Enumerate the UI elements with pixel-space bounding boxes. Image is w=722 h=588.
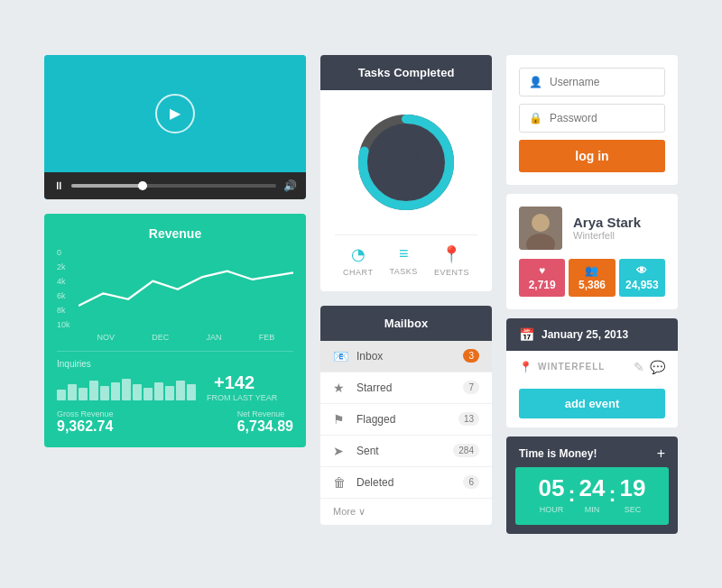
from-last-year-label: FROM LAST YEAR	[207, 393, 277, 402]
likes-value: 2,719	[529, 279, 556, 291]
deleted-badge: 6	[463, 475, 479, 489]
svg-point-4	[532, 214, 550, 232]
calendar-card: 📅 January 25, 2013 📍 WINTERFELL ✎ 💬 add …	[506, 318, 678, 427]
bar	[154, 382, 163, 400]
events-tab-label: EVENTS	[434, 268, 469, 277]
mail-item-starred[interactable]: ★ Starred 7	[320, 372, 492, 404]
bar	[111, 382, 120, 400]
tasks-header: Tasks Completed	[320, 55, 492, 90]
tab-events[interactable]: 📍 EVENTS	[434, 244, 469, 277]
chart-tab-label: CHART	[343, 268, 373, 277]
revenue-card: Revenue 10k 8k 6k 4k 2k 0 NOV DEC JAN FE	[44, 214, 306, 447]
mail-item-deleted[interactable]: 🗑 Deleted 6	[320, 467, 492, 499]
inbox-icon: 📧	[333, 349, 347, 363]
starred-label: Starred	[356, 381, 463, 394]
pause-button[interactable]: ⏸	[53, 179, 64, 192]
bar	[122, 379, 131, 400]
x-axis-labels: NOV DEC JAN FEB	[57, 333, 293, 342]
location-text: WINTERFELL	[538, 362, 628, 372]
avatar-svg	[519, 207, 562, 250]
timer-card: Time is Money! + 05 HOUR : 24 MIN : 19 S…	[506, 436, 678, 534]
bar	[57, 390, 66, 400]
tasks-tabs: ◔ CHART ≡ TASKS 📍 EVENTS	[335, 234, 477, 277]
mailbox-card: Mailbox 📧 Inbox 3 ★ Starred 7 ⚑ Flagged …	[320, 306, 492, 525]
profile-info: Arya Stark Winterfell	[519, 207, 665, 250]
mailbox-header: Mailbox	[320, 306, 492, 341]
edit-icon[interactable]: ✎	[634, 360, 644, 374]
profile-text: Arya Stark Winterfell	[573, 215, 641, 241]
bar	[68, 384, 77, 400]
flagged-badge: 13	[458, 412, 479, 426]
profile-stats: ♥ 2,719 👥 5,386 👁 24,953	[519, 259, 665, 297]
donut-text: 79%	[390, 151, 421, 174]
play-button[interactable]: ▶	[155, 94, 195, 133]
bar	[79, 388, 88, 400]
tasks-icon: ≡	[399, 244, 409, 263]
volume-icon[interactable]: 🔊	[283, 179, 297, 192]
timer-sep-1: :	[569, 482, 576, 507]
sent-badge: 284	[453, 444, 479, 457]
profile-stat-views[interactable]: 👁 24,953	[619, 259, 665, 297]
timer-body: 05 HOUR : 24 MIN : 19 SEC	[515, 467, 669, 525]
chat-icon[interactable]: 💬	[650, 360, 665, 374]
bar-chart	[57, 373, 196, 400]
bar	[187, 384, 196, 400]
users-icon: 👥	[572, 264, 611, 277]
seconds-value: 19	[619, 476, 645, 500]
progress-bar[interactable]	[71, 184, 276, 188]
inbox-badge: 3	[463, 349, 479, 363]
sent-icon: ➤	[333, 444, 347, 458]
timer-hours: 05 HOUR	[539, 476, 565, 516]
profile-stat-likes[interactable]: ♥ 2,719	[519, 259, 565, 297]
username-input[interactable]	[550, 76, 655, 88]
hours-value: 05	[539, 476, 565, 500]
deleted-icon: 🗑	[333, 475, 347, 490]
gross-revenue: Gross Revenue 9,362.74	[57, 409, 114, 435]
calendar-location-row: 📍 WINTERFELL ✎ 💬	[519, 360, 665, 374]
mail-item-flagged[interactable]: ⚑ Flagged 13	[320, 404, 492, 436]
video-screen[interactable]: ▶	[44, 55, 306, 172]
revenue-title: Revenue	[57, 226, 293, 241]
inquiries-row: +142 FROM LAST YEAR	[57, 372, 293, 402]
tab-chart[interactable]: ◔ CHART	[343, 244, 373, 277]
calendar-header: 📅 January 25, 2013	[506, 318, 678, 351]
timer-header: Time is Money! +	[506, 436, 678, 467]
login-card: 👤 🔒 log in	[506, 55, 678, 185]
minutes-value: 24	[579, 476, 606, 500]
calendar-body: 📍 WINTERFELL ✎ 💬 add event	[506, 351, 678, 427]
timer-title: Time is Money!	[519, 447, 597, 460]
followers-value: 5,386	[579, 279, 606, 291]
password-field-wrapper: 🔒	[519, 104, 665, 133]
video-controls: ⏸ 🔊	[44, 172, 306, 199]
views-value: 24,953	[625, 279, 659, 291]
inquiries-section: Inquiries	[57, 351, 293, 435]
eye-icon: 👁	[623, 264, 662, 277]
profile-stat-followers[interactable]: 👥 5,386	[569, 259, 615, 297]
bar	[165, 386, 174, 400]
lock-icon: 🔒	[529, 112, 542, 124]
avatar	[519, 207, 562, 250]
mail-more[interactable]: More ∨	[320, 499, 492, 525]
add-event-button[interactable]: add event	[519, 389, 665, 418]
tasks-tab-label: TASKS	[389, 267, 417, 276]
mail-item-sent[interactable]: ➤ Sent 284	[320, 436, 492, 467]
heart-icon: ♥	[523, 264, 561, 277]
password-input[interactable]	[550, 112, 655, 124]
percent-value: 79	[390, 151, 412, 173]
flagged-label: Flagged	[356, 413, 458, 426]
chart-icon: ◔	[351, 244, 366, 264]
starred-badge: 7	[463, 381, 479, 394]
login-button[interactable]: log in	[519, 140, 665, 172]
bar	[133, 384, 142, 400]
y-axis-labels: 10k 8k 6k 4k 2k 0	[57, 248, 70, 329]
percent-symbol: %	[412, 151, 422, 163]
sec-label: SEC	[625, 505, 642, 514]
bar	[100, 386, 109, 400]
mail-item-inbox[interactable]: 📧 Inbox 3	[320, 341, 492, 372]
tab-tasks[interactable]: ≡ TASKS	[389, 244, 417, 277]
timer-seconds: 19 SEC	[619, 476, 645, 516]
calendar-icon: 📅	[519, 327, 534, 342]
bar	[176, 381, 185, 400]
timer-add-button[interactable]: +	[657, 446, 665, 462]
events-icon: 📍	[441, 244, 461, 264]
